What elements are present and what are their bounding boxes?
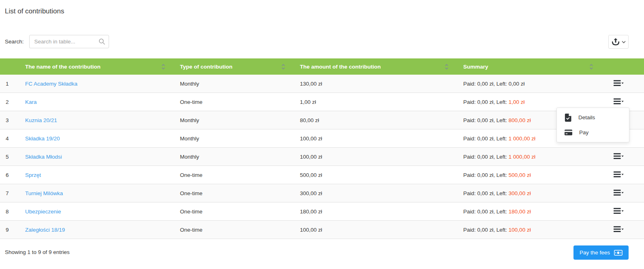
contribution-name-cell: FC Academy Składka [25,75,180,93]
contribution-link[interactable]: Składka Młodsi [25,154,62,160]
header-type-column[interactable]: Type of contribution [180,58,300,75]
row-index: 5 [0,148,25,166]
search-box [29,35,109,48]
summary-left-value: 800,00 zł [509,117,531,123]
row-summary-cell: Paid: 0,00 zł, Left: 1 000,00 zł [463,148,608,166]
row-summary-cell: Paid: 0,00 zł, Left: 100,00 zł [463,221,608,239]
table-row: 4Składka 19/20Monthly100,00 złPaid: 0,00… [0,129,644,148]
table-header: The name of the contribution Type of con… [0,58,644,75]
hamburger-menu-icon [614,189,624,196]
menu-item-label: Pay [579,129,588,136]
contribution-amount-cell: 130,00 zł [300,75,463,93]
hamburger-menu-icon [614,171,624,178]
table-row: 8UbezpieczenieOne-time180,00 złPaid: 0,0… [0,202,644,221]
contribution-type-cell: Monthly [180,129,300,148]
contribution-type-cell: One-time [180,184,300,202]
contribution-link[interactable]: Turniej Milówka [25,190,63,196]
header-name-column[interactable]: The name of the contribution [25,58,180,75]
hamburger-menu-icon [614,80,624,86]
contribution-type-cell: One-time [180,93,300,111]
row-actions-menu-button[interactable] [614,153,624,159]
summary-prefix: Paid: 0,00 zł, Left: [463,172,507,178]
summary-left-value: 1 000,00 zł [509,136,535,142]
header-index-column [0,58,25,75]
contribution-amount-cell: 500,00 zł [300,166,463,184]
table-row: 1FC Academy SkładkaMonthly130,00 złPaid:… [0,75,644,93]
menu-item-label: Details [578,114,595,121]
table-row: 3Kuznia 20/21Monthly80,00 złPaid: 0,00 z… [0,111,644,129]
table-row: 6SprzętOne-time500,00 złPaid: 0,00 zł, L… [0,166,644,184]
hamburger-menu-icon [614,153,624,159]
row-actions-menu-button[interactable] [614,226,624,232]
contribution-amount-cell: 100,00 zł [300,148,463,166]
row-actions-menu-button[interactable] [614,189,624,196]
summary-prefix: Paid: 0,00 zł, Left: [463,190,507,196]
entries-summary: Showing 1 to 9 of 9 entries [5,249,70,255]
row-index: 9 [0,221,25,239]
pay-the-fees-button[interactable]: Pay the fees [573,245,629,260]
summary-prefix: Paid: 0,00 zł, Left: [463,154,507,160]
contribution-amount-cell: 100,00 zł [300,221,463,239]
row-summary-cell: Paid: 0,00 zł, Left: 0,00 zł [463,75,608,93]
summary-left-value: 300,00 zł [509,190,531,196]
contribution-amount-cell: 100,00 zł [300,129,463,148]
contribution-name-cell: Turniej Milówka [25,184,180,202]
contribution-link[interactable]: Kuznia 20/21 [25,117,57,123]
header-amount-column[interactable]: The amount of the contribution [300,58,463,75]
row-index: 7 [0,184,25,202]
search-label: Search: [5,39,24,45]
table-row: 9Zaległości 18/19One-time100,00 złPaid: … [0,221,644,239]
search-bar: Search: [5,35,109,48]
contribution-link[interactable]: Kara [25,99,37,105]
contributions-page: List of contributions Search: [0,0,644,269]
contribution-name-cell: Kuznia 20/21 [25,111,180,129]
header-type-label: Type of contribution [180,64,232,70]
sort-icon [445,64,449,70]
row-actions-cell [608,166,644,184]
menu-item-details[interactable]: Details [557,110,629,125]
sort-icon [161,64,165,70]
summary-prefix: Paid: 0,00 zł, Left: [463,81,507,87]
summary-prefix: Paid: 0,00 zł, Left: [463,227,507,233]
row-summary-cell: Paid: 0,00 zł, Left: 180,00 zł [463,202,608,221]
contribution-amount-cell: 1,00 zł [300,93,463,111]
contribution-link[interactable]: Zaległości 18/19 [25,227,65,233]
row-index: 4 [0,129,25,148]
chevron-down-icon [622,41,626,43]
row-actions-cell [608,75,644,93]
row-actions-menu-button[interactable] [614,98,624,105]
page-title: List of contributions [5,7,64,15]
export-icon [612,38,620,46]
row-actions-menu-button[interactable] [614,171,624,178]
row-actions-menu-button[interactable] [614,80,624,86]
contribution-type-cell: Monthly [180,148,300,166]
contribution-type-cell: One-time [180,166,300,184]
row-index: 2 [0,93,25,111]
contribution-link[interactable]: Sprzęt [25,172,41,178]
contribution-link[interactable]: FC Academy Składka [25,81,77,87]
header-summary-label: Summary [463,64,488,70]
summary-left-value: 100,00 zł [509,227,531,233]
banknote-icon [614,250,623,256]
search-input[interactable] [29,35,109,48]
summary-prefix: Paid: 0,00 zł, Left: [463,209,507,215]
menu-item-pay[interactable]: Pay [557,125,629,140]
summary-prefix: Paid: 0,00 zł, Left: [463,99,507,105]
summary-prefix: Paid: 0,00 zł, Left: [463,136,507,142]
contribution-link[interactable]: Składka 19/20 [25,136,60,142]
credit-card-icon [565,129,572,136]
contribution-type-cell: Monthly [180,111,300,129]
row-actions-menu-button[interactable] [614,208,624,214]
summary-left-value: 1 000,00 zł [509,154,535,160]
contribution-name-cell: Składka Młodsi [25,148,180,166]
contribution-type-cell: One-time [180,202,300,221]
header-summary-column[interactable]: Summary [463,58,608,75]
row-index: 3 [0,111,25,129]
contribution-link[interactable]: Ubezpieczenie [25,209,61,215]
contribution-name-cell: Zaległości 18/19 [25,221,180,239]
export-button[interactable] [608,35,629,49]
summary-prefix: Paid: 0,00 zł, Left: [463,117,507,123]
table-body: 1FC Academy SkładkaMonthly130,00 złPaid:… [0,75,644,239]
hamburger-menu-icon [614,208,624,214]
contribution-amount-cell: 80,00 zł [300,111,463,129]
